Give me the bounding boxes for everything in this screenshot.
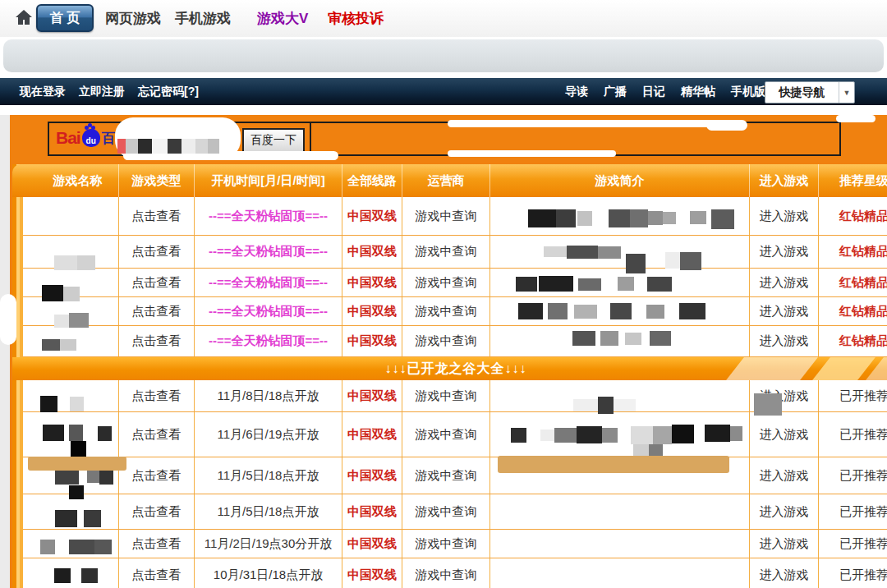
quick-nav-label: 快捷导航 (765, 85, 839, 100)
view-details-link[interactable]: 点击查看 (132, 567, 182, 583)
baidu-search-button[interactable]: 百度一下 (242, 128, 305, 153)
game-intro-cell (490, 558, 750, 588)
open-time-cell: --==全天粉钻固顶==-- (195, 197, 342, 235)
operator-cell: 游戏中查询 (402, 494, 490, 529)
table-row: 点击查看 --==全天粉钻固顶==-- 中国双线 游戏中查询 进入游戏 红钻精品 (23, 326, 887, 357)
game-intro-cell (490, 197, 750, 235)
table-row: 点击查看 11月/5日/18点开放 中国双线 游戏中查询 进入游戏 已开推荐 (23, 494, 887, 530)
open-time-text: --==全天粉钻固顶==-- (209, 275, 328, 291)
enter-game-link[interactable]: 进入游戏 (760, 536, 809, 552)
tab-report-complaint[interactable]: 审核投诉 (328, 0, 384, 37)
view-details-link[interactable]: 点击查看 (132, 275, 182, 291)
quick-nav-button[interactable]: 快捷导航 ▼ (765, 81, 855, 103)
enter-game-cell: 进入游戏 (750, 380, 819, 411)
open-time-cell: 11月/6日/19点开放 (195, 412, 342, 457)
enter-game-link[interactable]: 进入游戏 (760, 304, 809, 319)
enter-game-link[interactable]: 进入游戏 (760, 427, 809, 443)
enter-game-link[interactable]: 进入游戏 (760, 468, 809, 484)
rating-cell: 红钻精品 (819, 269, 887, 296)
table-row: 点击查看 11月/6日/19点开放 中国双线 游戏中查询 进入游戏 已开推荐 (23, 412, 887, 457)
rating-cell: 已开推荐 (819, 530, 887, 558)
open-time-text: 11月/5日/18点开放 (218, 504, 319, 520)
operator-text: 游戏中查询 (416, 427, 477, 443)
game-type-cell: 点击查看 (119, 197, 195, 235)
operator-cell: 游戏中查询 (402, 326, 490, 356)
rating-cell: 已开推荐 (819, 558, 887, 588)
game-intro-cell (490, 412, 750, 457)
view-details-link[interactable]: 点击查看 (132, 468, 182, 484)
view-details-link[interactable]: 点击查看 (132, 244, 182, 260)
operator-cell: 游戏中查询 (402, 457, 490, 494)
enter-game-link[interactable]: 进入游戏 (760, 388, 809, 404)
open-time-text: 11月/5日/18点开放 (218, 468, 319, 484)
enter-game-link[interactable]: 进入游戏 (760, 504, 809, 520)
enter-game-link[interactable]: 进入游戏 (760, 209, 809, 224)
table-row: 点击查看 --==全天粉钻固顶==-- 中国双线 游戏中查询 进入游戏 红钻精品 (23, 236, 887, 269)
rating-text: 已开推荐 (839, 567, 887, 583)
enter-game-link[interactable]: 进入游戏 (760, 333, 809, 349)
diary-link[interactable]: 日记 (642, 85, 665, 99)
guide-link[interactable]: 导读 (565, 85, 588, 99)
view-details-link[interactable]: 点击查看 (132, 427, 182, 443)
open-time-cell: 11月/2日/19点30分开放 (195, 530, 342, 558)
tab-game-bigv[interactable]: 游戏大V (257, 0, 308, 37)
view-details-link[interactable]: 点击查看 (132, 333, 182, 349)
view-details-link[interactable]: 点击查看 (132, 536, 182, 552)
enter-game-link[interactable]: 进入游戏 (760, 244, 809, 260)
game-intro-cell (490, 297, 750, 325)
rating-cell: 红钻精品 (819, 236, 887, 268)
server-line-text: 中国双线 (347, 504, 397, 520)
server-line-cell: 中国双线 (342, 457, 402, 494)
header-game-type: 游戏类型 (119, 164, 195, 197)
game-type-cell: 点击查看 (119, 494, 195, 529)
open-time-text: 10月/31日/18点开放 (214, 567, 323, 583)
open-time-text: 11月/6日/19点开放 (218, 427, 319, 443)
table-row: 点击查看 --==全天粉钻固顶==-- 中国双线 游戏中查询 进入游戏 红钻精品 (23, 269, 887, 297)
game-type-cell: 点击查看 (119, 530, 195, 558)
game-name-cell (23, 457, 119, 494)
open-time-text: 11月/2日/19点30分开放 (205, 536, 333, 552)
view-details-link[interactable]: 点击查看 (132, 304, 182, 319)
home-icon[interactable] (14, 7, 34, 27)
game-type-cell: 点击查看 (119, 457, 195, 494)
page-left-gutter (0, 115, 10, 588)
view-details-link[interactable]: 点击查看 (132, 209, 182, 224)
table-row: 点击查看 10月/31日/18点开放 中国双线 游戏中查询 进入游戏 已开推荐 (23, 558, 887, 588)
header-open-time: 开机时间[月/日/时间] (195, 164, 342, 197)
game-name-cell (23, 412, 119, 457)
view-details-link[interactable]: 点击查看 (132, 388, 182, 404)
open-time-cell: 11月/5日/18点开放 (195, 457, 342, 494)
operator-text: 游戏中查询 (416, 567, 477, 583)
rating-text: 已开推荐 (839, 504, 887, 520)
toolbar-placeholder-bar (3, 39, 884, 72)
rating-text: 红钻精品 (839, 244, 887, 260)
section-banner: ↓↓↓已开龙之谷大全↓↓↓ (12, 357, 887, 380)
game-name-cell (23, 558, 119, 588)
enter-game-link[interactable]: 进入游戏 (760, 567, 809, 583)
open-time-text: --==全天粉钻固顶==-- (209, 209, 328, 224)
table-row: 点击查看 11月/8日/18点开放 中国双线 游戏中查询 进入游戏 已开推荐 (23, 380, 887, 412)
open-time-cell: 10月/31日/18点开放 (195, 558, 342, 588)
operator-cell: 游戏中查询 (402, 236, 490, 268)
game-type-cell: 点击查看 (119, 297, 195, 325)
tab-home[interactable]: 首 页 (36, 4, 94, 32)
forgot-password-link[interactable]: 忘记密码[?] (138, 85, 199, 99)
server-line-text: 中国双线 (347, 388, 397, 404)
view-details-link[interactable]: 点击查看 (132, 504, 182, 520)
game-intro-cell (490, 326, 750, 356)
server-line-text: 中国双线 (347, 209, 397, 224)
operator-cell: 游戏中查询 (402, 297, 490, 325)
digest-posts-link[interactable]: 精华帖 (681, 85, 715, 99)
game-type-cell: 点击查看 (119, 558, 195, 588)
tab-web-games[interactable]: 网页游戏 (105, 0, 161, 37)
mobile-version-link[interactable]: 手机版 (731, 85, 765, 99)
game-type-cell: 点击查看 (119, 269, 195, 296)
register-link[interactable]: 立即注册 (79, 85, 125, 99)
login-link[interactable]: 现在登录 (20, 85, 66, 99)
broadcast-link[interactable]: 广播 (604, 85, 627, 99)
rating-cell: 红钻精品 (819, 197, 887, 235)
enter-game-link[interactable]: 进入游戏 (760, 275, 809, 291)
server-line-cell: 中国双线 (342, 326, 402, 356)
tab-mobile-games[interactable]: 手机游戏 (175, 0, 231, 37)
operator-text: 游戏中查询 (416, 536, 477, 552)
